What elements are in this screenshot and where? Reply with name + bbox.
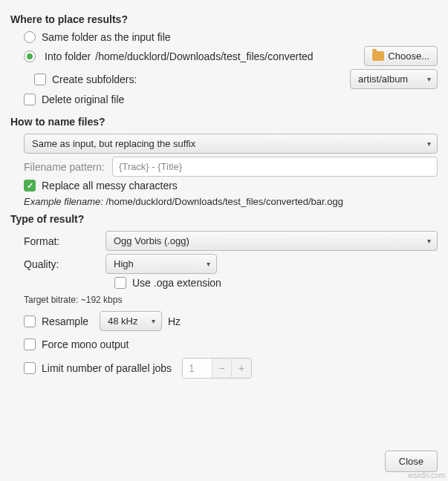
target-bitrate: Target bitrate: ~192 kbps	[24, 295, 438, 305]
folder-icon	[372, 51, 384, 61]
mono-checkbox[interactable]	[24, 338, 36, 350]
naming-mode-row: Same as input, but replacing the suffix …	[24, 134, 438, 154]
delete-original-label: Delete original file	[42, 94, 124, 105]
oga-row[interactable]: Use .oga extension	[114, 277, 438, 289]
subfolder-pattern-value: artist/album	[358, 73, 408, 85]
section-name-title: How to name files?	[10, 116, 438, 128]
format-value: Ogg Vorbis (.ogg)	[114, 235, 189, 246]
replace-messy-label: Replace all messy characters	[42, 180, 178, 192]
resample-value: 48 kHz	[108, 315, 137, 327]
mono-label: Force mono output	[42, 338, 129, 350]
resample-checkbox[interactable]	[24, 315, 36, 327]
close-button[interactable]: Close	[385, 451, 438, 472]
oga-checkbox[interactable]	[114, 277, 126, 289]
into-folder-path: /home/ducklord/Downloads/test_files/conv…	[95, 50, 313, 62]
parallel-label: Limit number of parallel jobs	[42, 362, 172, 374]
filename-pattern-input[interactable]: {Track} - {Title}	[112, 157, 438, 177]
replace-messy-row[interactable]: Replace all messy characters	[24, 180, 438, 192]
example-filename: Example filename: /home/ducklord/Downloa…	[24, 196, 438, 207]
mono-row[interactable]: Force mono output	[24, 338, 438, 350]
radio-into-folder-row[interactable]: Into folder /home/ducklord/Downloads/tes…	[24, 46, 438, 66]
chevron-down-icon: ▾	[427, 237, 431, 245]
parallel-value[interactable]: 1	[183, 359, 212, 378]
resample-label: Resample	[42, 315, 100, 327]
format-combo[interactable]: Ogg Vorbis (.ogg) ▾	[105, 231, 438, 251]
close-button-label: Close	[399, 456, 423, 467]
naming-mode-combo[interactable]: Same as input, but replacing the suffix …	[24, 134, 438, 154]
parallel-plus-button[interactable]: +	[232, 359, 251, 378]
delete-original-row[interactable]: Delete original file	[24, 94, 438, 105]
section-place-title: Where to place results?	[10, 13, 438, 25]
radio-same-folder[interactable]	[24, 31, 36, 43]
delete-original-checkbox[interactable]	[24, 94, 36, 105]
create-subfolders-checkbox[interactable]	[34, 73, 46, 85]
example-filename-label: Example filename:	[24, 196, 103, 207]
quality-combo[interactable]: High ▾	[105, 254, 217, 274]
radio-into-folder-prefix: Into folder	[45, 50, 91, 62]
chevron-down-icon: ▾	[207, 260, 210, 268]
quality-row: Quality: High ▾	[24, 254, 438, 274]
filename-pattern-label: Filename pattern:	[24, 161, 105, 173]
parallel-minus-button[interactable]: −	[212, 359, 232, 378]
hz-label: Hz	[168, 315, 181, 327]
oga-label: Use .oga extension	[132, 277, 221, 289]
watermark: wsxdn.com	[408, 471, 445, 480]
parallel-spinner[interactable]: 1 − +	[182, 358, 252, 379]
example-filename-value: /home/ducklord/Downloads/test_files/conv…	[106, 196, 343, 207]
quality-value: High	[114, 258, 134, 269]
create-subfolders-label: Create subfolders:	[52, 73, 137, 85]
format-label: Format:	[24, 235, 105, 247]
radio-into-folder[interactable]	[24, 50, 36, 62]
naming-mode-value: Same as input, but replacing the suffix	[32, 138, 195, 149]
chevron-down-icon: ▾	[152, 317, 155, 325]
resample-combo[interactable]: 48 kHz ▾	[100, 311, 162, 331]
section-type-title: Type of result?	[10, 213, 438, 225]
choose-folder-label: Choose...	[388, 50, 429, 62]
chevron-down-icon: ▾	[427, 75, 431, 83]
parallel-row: Limit number of parallel jobs 1 − +	[24, 358, 438, 379]
replace-messy-checkbox[interactable]	[24, 180, 36, 192]
parallel-checkbox[interactable]	[24, 362, 36, 374]
format-row: Format: Ogg Vorbis (.ogg) ▾	[24, 231, 438, 251]
subfolder-pattern-combo[interactable]: artist/album ▾	[350, 69, 438, 89]
create-subfolders-row: Create subfolders: artist/album ▾	[34, 69, 438, 89]
filename-pattern-row: Filename pattern: {Track} - {Title}	[24, 157, 438, 177]
chevron-down-icon: ▾	[427, 140, 431, 148]
radio-same-folder-label: Same folder as the input file	[42, 31, 171, 43]
choose-folder-button[interactable]: Choose...	[364, 46, 438, 66]
resample-row: Resample 48 kHz ▾ Hz	[24, 311, 438, 331]
quality-label: Quality:	[24, 258, 105, 270]
radio-same-folder-row[interactable]: Same folder as the input file	[24, 31, 438, 43]
